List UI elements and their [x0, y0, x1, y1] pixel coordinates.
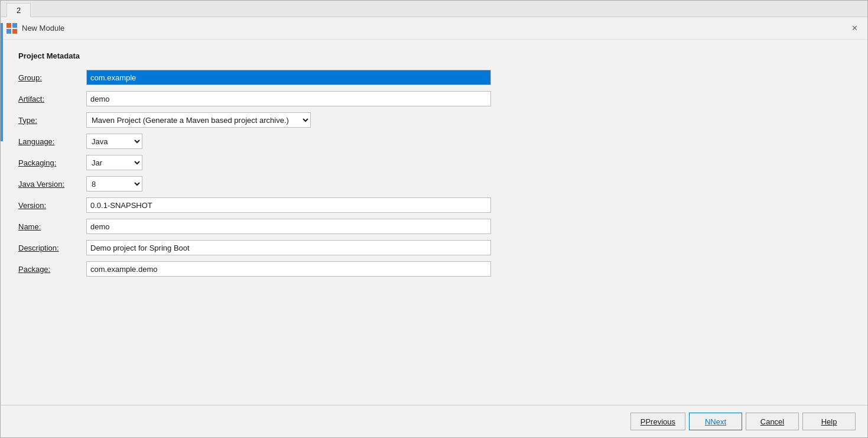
java-version-row: Java Version: 8 11 17 — [18, 176, 850, 192]
group-label-rest: roup: — [24, 73, 42, 82]
previous-label-rest: Previous — [645, 417, 675, 426]
language-label-rest: anguage: — [22, 137, 54, 146]
packaging-label: Packaging: — [18, 158, 86, 167]
description-label: Description: — [18, 244, 86, 252]
version-label-underline: V — [18, 201, 23, 210]
app-icon — [6, 23, 17, 34]
dialog-title: New Module — [22, 24, 847, 33]
package-label: Package: — [18, 265, 86, 274]
language-label: Language: — [18, 137, 86, 146]
language-row: Language: Java Kotlin Groovy — [18, 134, 850, 149]
svg-rect-1 — [12, 23, 17, 28]
close-button[interactable]: ✕ — [847, 21, 862, 35]
description-row: Description: — [18, 240, 850, 255]
name-label-underline: N — [18, 222, 24, 231]
package-label-rest: ackage: — [24, 265, 51, 274]
description-label-underline: D — [18, 244, 24, 252]
packaging-label-rest: ackaging: — [24, 158, 57, 167]
version-label-rest: ersion: — [23, 201, 46, 210]
group-label: Group: — [18, 73, 86, 82]
previous-label-underline: P — [641, 417, 646, 426]
title-bar: New Module ✕ — [1, 17, 867, 40]
svg-rect-3 — [12, 29, 17, 34]
artifact-row: Artifact: — [18, 91, 850, 106]
description-label-rest: escription: — [24, 244, 58, 252]
group-row: Group: — [18, 70, 850, 85]
left-accent-bar — [1, 23, 3, 141]
name-input[interactable] — [86, 219, 491, 234]
artifact-label-underline: A — [18, 95, 24, 103]
language-select[interactable]: Java Kotlin Groovy — [86, 134, 142, 149]
version-label: Version: — [18, 201, 86, 210]
java-version-label: Java Version: — [18, 180, 86, 189]
tab-2[interactable]: 2 — [6, 3, 31, 17]
tab-2-label: 2 — [17, 6, 21, 15]
section-title: Project Metadata — [18, 51, 850, 60]
java-version-label-rest: ava Version: — [22, 180, 65, 189]
tab-bar: 2 — [1, 1, 867, 17]
svg-rect-0 — [6, 23, 11, 28]
name-label: Name: — [18, 222, 86, 231]
artifact-input[interactable] — [86, 91, 491, 106]
artifact-label-rest: rtifact: — [24, 95, 44, 103]
description-input[interactable] — [86, 240, 491, 255]
cancel-label: Cancel — [760, 417, 784, 426]
group-label-underline: G — [18, 73, 24, 82]
previous-button[interactable]: PPrevious — [630, 413, 685, 430]
name-row: Name: — [18, 219, 850, 234]
close-icon: ✕ — [851, 24, 858, 33]
svg-rect-2 — [6, 29, 11, 34]
package-label-underline: P — [18, 265, 24, 274]
dialog-content: Project Metadata Group: Artifact: Type: … — [1, 40, 867, 405]
java-version-select[interactable]: 8 11 17 — [86, 176, 142, 192]
help-button[interactable]: Help — [802, 413, 856, 430]
next-label-underline: N — [705, 417, 710, 426]
type-select[interactable]: Maven Project (Generate a Maven based pr… — [86, 112, 311, 128]
name-label-rest: ame: — [24, 222, 41, 231]
next-label-rest: Next — [710, 417, 726, 426]
version-input[interactable] — [86, 197, 491, 213]
type-label-rest: ype: — [22, 116, 37, 125]
version-row: Version: — [18, 197, 850, 213]
package-row: Package: — [18, 261, 850, 277]
packaging-row: Packaging: Jar War — [18, 155, 850, 170]
packaging-select[interactable]: Jar War — [86, 155, 142, 170]
group-input[interactable] — [86, 70, 491, 85]
dialog-footer: PPrevious NNext Cancel Help — [1, 405, 867, 437]
help-label: Help — [821, 417, 837, 426]
next-button[interactable]: NNext — [689, 413, 742, 430]
cancel-button[interactable]: Cancel — [746, 413, 799, 430]
new-module-dialog: 2 New Module ✕ Project Metadata Group: — [0, 0, 868, 438]
artifact-label: Artifact: — [18, 95, 86, 103]
type-row: Type: Maven Project (Generate a Maven ba… — [18, 112, 850, 128]
package-input[interactable] — [86, 261, 491, 277]
packaging-label-underline: P — [18, 158, 24, 167]
type-label: Type: — [18, 116, 86, 125]
